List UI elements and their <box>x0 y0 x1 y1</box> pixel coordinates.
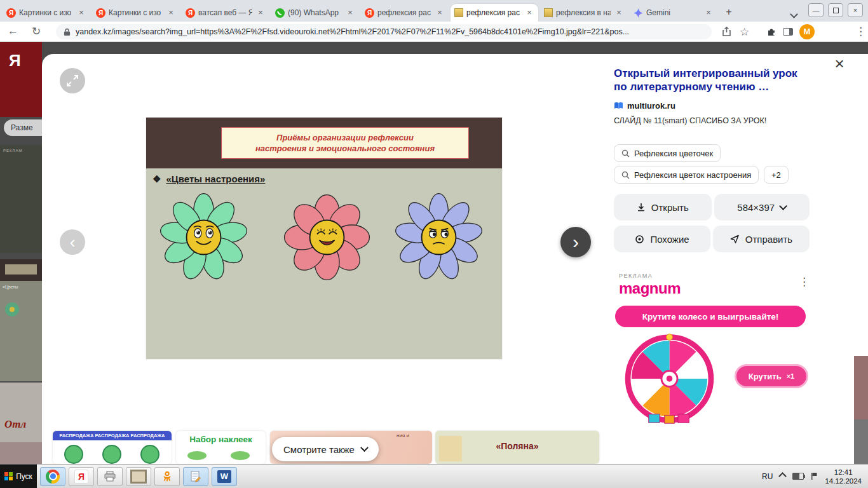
word-icon: W <box>217 470 231 483</box>
tab-2[interactable]: Я Картинки с изо × <box>92 4 180 22</box>
profile-avatar[interactable]: M <box>799 24 815 39</box>
back-button[interactable]: ← <box>8 25 18 37</box>
similar-label: Похожие <box>650 234 689 245</box>
spin-wheel-button[interactable]: Крутить ×1 <box>735 364 808 388</box>
slide-fragment-text: ния и <box>397 433 409 438</box>
yandex-logo: Я <box>9 51 21 71</box>
chip-more-label: +2 <box>771 170 781 180</box>
next-image-button[interactable]: › <box>560 227 591 257</box>
taskbar-clock[interactable]: 12:41 14.12.2024 <box>825 468 862 485</box>
tab-4[interactable]: (90) WhatsApp × <box>271 4 359 22</box>
start-button[interactable]: Пуск <box>0 464 37 488</box>
tab-close-icon[interactable]: × <box>76 8 86 18</box>
tab-1[interactable]: Я Картинки с изо × <box>3 4 90 22</box>
refresh-button[interactable]: ↻ <box>32 25 41 38</box>
open-image-button[interactable]: Открыть <box>614 194 712 220</box>
slide-title-box: Приёмы организации рефлексии настроения … <box>221 127 469 159</box>
taskbar-odnoklassniki-icon[interactable] <box>154 467 180 486</box>
taskbar-printer-icon[interactable] <box>97 467 123 486</box>
tab-7[interactable]: рефлексия в на × <box>540 4 628 22</box>
fullscreen-expand-button[interactable] <box>60 68 85 93</box>
share-image-button[interactable]: Отправить <box>713 226 810 252</box>
hidden-icons-chevron[interactable] <box>779 472 787 480</box>
related-query-chip-1[interactable]: Рефлексия цветочек <box>614 144 721 162</box>
backdrop-caption: Отл <box>4 418 26 431</box>
expand-icon <box>66 74 79 87</box>
extensions-puzzle-icon[interactable] <box>766 27 776 40</box>
tab-label: рефлексия рас <box>377 8 431 17</box>
restore-button[interactable] <box>828 3 843 17</box>
similar-images-button[interactable]: Похожие <box>614 226 710 252</box>
tab-5[interactable]: Я рефлексия рас × <box>361 4 449 22</box>
system-tray: RU 12:41 14.12.2024 <box>762 468 868 485</box>
backdrop-right-thumbnail <box>854 356 868 419</box>
window-controls: — × <box>808 3 863 17</box>
tab-close-icon[interactable]: × <box>614 8 624 18</box>
tab-close-icon[interactable]: × <box>435 8 445 18</box>
source-site-label: multiurok.ru <box>627 101 675 111</box>
related-card-polyana[interactable]: «Поляна» <box>435 431 599 464</box>
windows-taskbar: Пуск Я W RU 12:41 14.12.2024 <box>0 464 868 488</box>
wordpad-icon <box>191 471 201 482</box>
prize-wheel-image[interactable] <box>620 330 719 426</box>
previous-image-button[interactable]: ‹ <box>60 229 85 255</box>
close-window-button[interactable]: × <box>848 3 863 17</box>
share-icon[interactable] <box>722 27 731 39</box>
page-content: Я Разме РЕКЛАМ «Цветы Отл ‹ › × <box>0 42 868 464</box>
side-panel-icon[interactable] <box>783 28 793 36</box>
result-title-link[interactable]: Открытый интегрированный урок по литерат… <box>614 67 810 93</box>
yandex-header-backdrop: Я <box>0 42 42 117</box>
viewer-close-button[interactable]: × <box>830 54 849 73</box>
url-omnibox[interactable]: yandex.kz/images/search?img_url=https%3A… <box>56 24 712 39</box>
taskbar-chrome-icon[interactable] <box>40 467 65 486</box>
flower-blob-icon <box>64 445 83 464</box>
see-also-button[interactable]: Смотрите также <box>272 437 379 461</box>
source-site-link[interactable]: multiurok.ru <box>614 101 675 111</box>
tab-6-active[interactable]: рефлексия рас × <box>451 4 538 22</box>
related-card-sale[interactable]: РАСПРОДАЖА РАСПРОДАЖА РАСПРОДАЖА <box>53 431 172 464</box>
slide-heading: ❖«Цветы настроения» <box>153 173 265 185</box>
browser-toolbar: ← ↻ yandex.kz/images/search?img_url=http… <box>0 22 868 42</box>
tab-close-icon[interactable]: × <box>345 8 355 18</box>
tab-close-icon[interactable]: × <box>703 8 714 18</box>
bookmark-star-icon[interactable]: ☆ <box>740 25 749 39</box>
magnum-brand-logo[interactable]: magnum <box>619 280 681 297</box>
taskbar-photo-viewer-icon[interactable] <box>126 467 151 486</box>
thumbnail-strip <box>439 436 462 461</box>
related-card-stickers[interactable]: Набор наклеек <box>176 431 266 464</box>
slide-favicon-icon <box>544 8 553 17</box>
flower-blob-icon <box>102 445 121 464</box>
more-chips-button[interactable]: +2 <box>764 166 789 184</box>
browser-menu-kebab-icon[interactable]: ⋮ <box>855 25 866 38</box>
spin-label: Крутить <box>749 372 782 381</box>
ad-menu-kebab-icon[interactable]: ⋮ <box>799 275 810 288</box>
tab-label: рефлексия рас <box>466 8 521 17</box>
tab-search-chevron-icon[interactable] <box>791 8 797 20</box>
backdrop-right-thumbnail <box>854 419 868 464</box>
taskbar-word-icon[interactable]: W <box>212 467 237 486</box>
main-image-slide[interactable]: Приёмы организации рефлексии настроения … <box>146 118 502 359</box>
ad-banner-button[interactable]: Крутите колесо и выигрывайте! <box>615 306 806 327</box>
yandex-favicon-icon: Я <box>6 8 16 18</box>
chrome-icon <box>46 470 60 484</box>
whatsapp-favicon-icon <box>275 8 285 18</box>
image-size-dropdown[interactable]: 584×397 <box>714 194 810 220</box>
language-indicator[interactable]: RU <box>762 472 773 481</box>
tab-8[interactable]: Gemini × <box>630 4 717 22</box>
flag-icon[interactable] <box>811 472 818 480</box>
tab-close-icon[interactable]: × <box>524 8 534 18</box>
taskbar-yandex-icon[interactable]: Я <box>69 467 94 486</box>
taskbar-wordpad-icon[interactable] <box>183 467 208 486</box>
tab-label: (90) WhatsApp <box>288 8 342 17</box>
related-query-chip-2[interactable]: Рефлексия цветок настроения <box>614 166 759 184</box>
gemini-favicon-icon <box>634 8 643 18</box>
backdrop-slide-thumbnail: «Цветы <box>0 259 42 381</box>
open-label: Открыть <box>651 202 689 213</box>
ok-person-icon <box>162 471 172 482</box>
tab-close-icon[interactable]: × <box>255 8 266 18</box>
minimize-button[interactable]: — <box>808 3 824 17</box>
new-tab-button[interactable]: + <box>722 5 736 19</box>
battery-icon[interactable] <box>792 473 804 480</box>
tab-3[interactable]: Я ватсап веб — Я × <box>182 4 269 22</box>
tab-close-icon[interactable]: × <box>166 8 176 18</box>
